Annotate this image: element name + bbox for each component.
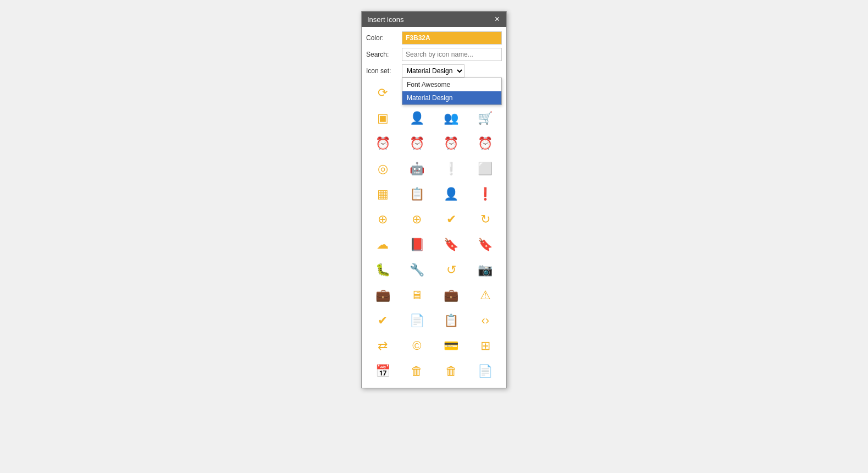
icon-cell-3d-rotation[interactable]: ⟳	[366, 81, 399, 105]
icon-cell-book[interactable]: 📕	[400, 233, 433, 257]
icon-cell-content-paste[interactable]: 📋	[435, 309, 468, 333]
icon-cell-alarm-off[interactable]: ⏰	[435, 131, 468, 156]
color-label: Color:	[366, 34, 402, 42]
icon-cell-compare-arrows[interactable]: ⇄	[366, 334, 399, 358]
search-label: Search:	[366, 51, 402, 58]
color-row: Color:	[366, 31, 502, 45]
icon-cell-announcement[interactable]: ❕	[435, 157, 468, 181]
icon-cell-aspect-ratio[interactable]: ⬜	[469, 157, 502, 181]
icon-cell-description[interactable]: 📄	[469, 359, 502, 383]
dialog-close-button[interactable]: ×	[494, 15, 501, 24]
icon-cell-add-shopping-cart[interactable]: 🛒	[469, 106, 502, 130]
icon-cell-cached[interactable]: ↺	[435, 258, 468, 282]
search-row: Search:	[366, 48, 502, 61]
search-input[interactable]	[402, 48, 502, 61]
icon-cell-business-center[interactable]: 💼	[366, 283, 399, 307]
dialog-body: Color: Search: Icon set: Font Awesome Ma…	[362, 27, 506, 388]
icon-cell-dashboard[interactable]: ⊞	[469, 334, 502, 358]
icon-cell-credit-card[interactable]: 💳	[435, 334, 468, 358]
icon-cell-work[interactable]: 💼	[435, 283, 468, 307]
icon-cell-alarm-add[interactable]: ⏰	[400, 131, 433, 156]
iconset-select[interactable]: Font Awesome Material Design	[402, 64, 465, 78]
icon-cell-copyright[interactable]: ©	[400, 334, 433, 358]
icon-cell-bar-chart[interactable]: ▦	[366, 182, 399, 206]
dialog-titlebar: Insert icons ×	[362, 12, 506, 27]
icon-cell-build[interactable]: 🔧	[400, 258, 433, 282]
iconset-label: Icon set:	[366, 67, 402, 75]
icon-cell-assignment-return[interactable]: ⊕	[366, 207, 399, 232]
color-input[interactable]	[402, 31, 502, 45]
icon-cell-bookmark-border[interactable]: 🔖	[469, 233, 502, 257]
icon-grid: ⟳♿🚶⊞▣👤👥🛒⏰⏰⏰⏰◎🤖❕⬜▦📋👤❗⊕⊕✔↻☁📕🔖🔖🐛🔧↺📷💼🖥💼⚠✔📄📋‹…	[366, 81, 502, 383]
icon-cell-delete[interactable]: 🗑	[400, 359, 433, 383]
dialog-title: Insert icons	[367, 15, 403, 24]
icon-cell-desktop-mac[interactable]: 🖥	[400, 283, 433, 307]
iconset-dropdown-overlay: Font Awesome Material Design	[402, 78, 502, 105]
icon-cell-android-cam[interactable]: ◎	[366, 157, 399, 181]
icon-cell-assignment-returned[interactable]: ⊕	[400, 207, 433, 232]
icon-cell-date-range[interactable]: 📅	[366, 359, 399, 383]
icon-cell-assignment[interactable]: 📋	[400, 182, 433, 206]
icon-cell-account-circle-2[interactable]: 👥	[435, 106, 468, 130]
icon-cell-account-circle[interactable]: 👤	[400, 106, 433, 130]
icon-cell-warning[interactable]: ⚠	[469, 283, 502, 307]
icon-cell-check-circle[interactable]: ✔	[366, 309, 399, 333]
dialog-scroll-area: Color: Search: Icon set: Font Awesome Ma…	[362, 27, 506, 388]
icon-cell-backup[interactable]: ☁	[366, 233, 399, 257]
dropdown-item-font-awesome[interactable]: Font Awesome	[402, 78, 501, 91]
icon-cell-assignment-ind[interactable]: 👤	[435, 182, 468, 206]
icon-cell-alarm-on[interactable]: ⏰	[469, 131, 502, 156]
icon-cell-autorenew[interactable]: ↻	[469, 207, 502, 232]
dropdown-item-material-design[interactable]: Material Design	[402, 91, 501, 105]
icon-cell-content-copy[interactable]: 📄	[400, 309, 433, 333]
icon-cell-add-a-photo[interactable]: 📷	[469, 258, 502, 282]
icon-cell-android[interactable]: 🤖	[400, 157, 433, 181]
iconset-row: Icon set: Font Awesome Material Design F…	[366, 64, 502, 78]
icon-cell-assignment-late[interactable]: ❗	[469, 182, 502, 206]
icon-cell-delete-forever[interactable]: 🗑	[435, 359, 468, 383]
icon-cell-assignment-turned-in[interactable]: ✔	[435, 207, 468, 232]
insert-icons-dialog: Insert icons × Color: Search: Icon set: …	[361, 11, 507, 388]
icon-cell-bug-report[interactable]: 🐛	[366, 258, 399, 282]
icon-cell-bookmark[interactable]: 🔖	[435, 233, 468, 257]
icon-cell-account-box[interactable]: ▣	[366, 106, 399, 130]
iconset-dropdown-container: Font Awesome Material Design Font Awesom…	[402, 64, 502, 78]
icon-cell-alarm[interactable]: ⏰	[366, 131, 399, 156]
icon-cell-code[interactable]: ‹›	[469, 309, 502, 333]
